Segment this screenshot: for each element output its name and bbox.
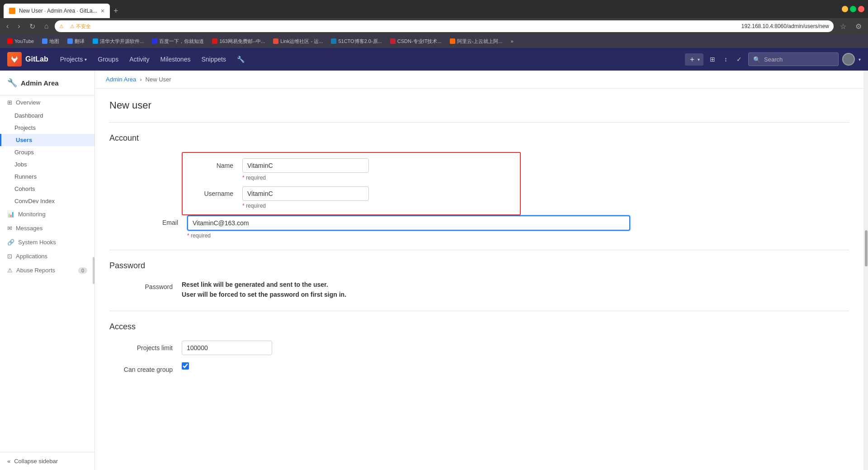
password-info: Reset link will be generated and sent to… (182, 280, 498, 300)
email-label-text: Email (162, 219, 178, 226)
new-dropdown-arrow: ▾ (698, 57, 700, 62)
bookmark-163[interactable]: 163网易免费邮--中... (208, 37, 269, 46)
bookmark-51cto[interactable]: 51CTO博客2.0-原... (327, 37, 385, 46)
back-btn[interactable]: ‹ (4, 21, 11, 31)
sidebar-item-users[interactable]: Users (0, 134, 94, 146)
aliyun-favicon (450, 38, 455, 44)
sidebar-scrollbar[interactable] (93, 257, 94, 284)
sidebar-item-dashboard[interactable]: Dashboard (0, 109, 94, 122)
bookmark-more[interactable]: » (507, 38, 517, 45)
minimize-btn[interactable] (842, 6, 848, 12)
password-label-text: Password (145, 283, 173, 290)
nav-projects-label: Projects (60, 56, 83, 63)
home-btn[interactable]: ⌂ (42, 21, 52, 31)
email-label: Email (109, 215, 187, 226)
active-tab[interactable]: New User · Admin Area · GitLa... × (4, 4, 110, 18)
collapse-sidebar-btn[interactable]: « Collapse sidebar (0, 452, 94, 470)
projects-limit-field (182, 341, 498, 355)
bookmark-youtube[interactable]: YouTube (4, 38, 38, 45)
nav-milestones[interactable]: Milestones (156, 53, 195, 66)
can-create-group-checkbox[interactable] (182, 362, 189, 370)
cohorts-label: Cohorts (14, 185, 35, 192)
user-avatar[interactable] (842, 53, 855, 66)
nav-snippets[interactable]: Snippets (197, 53, 230, 66)
projects-label: Projects (14, 124, 36, 131)
sidebar-item-projects[interactable]: Projects (0, 122, 94, 134)
sidebar-group-monitoring[interactable]: 📊 Monitoring (0, 207, 94, 221)
extensions-btn[interactable]: ⚙ (853, 21, 864, 32)
sidebar-group-messages[interactable]: ✉ Messages (0, 221, 94, 235)
bookmark-youtube-label: YouTube (14, 38, 34, 44)
nav-wrench[interactable]: 🔧 (232, 53, 249, 66)
plus-icon: ＋ (689, 55, 696, 64)
bookmark-csdn[interactable]: CSDN-专业IT技术... (387, 37, 445, 46)
dashboard-label: Dashboard (14, 112, 43, 119)
can-create-group-row: Can create group (109, 362, 849, 373)
tab-favicon (9, 8, 15, 14)
nav-groups[interactable]: Groups (93, 53, 123, 66)
username-label: Username (188, 186, 242, 197)
sidebar-group-hooks[interactable]: 🔗 System Hooks (0, 235, 94, 249)
reload-btn[interactable]: ↻ (27, 21, 38, 32)
bookmark-btn[interactable]: ☆ (837, 21, 849, 32)
bookmark-translate-label: 翻译 (75, 38, 85, 45)
new-dropdown[interactable]: ＋ ▾ (685, 53, 703, 66)
password-field-row: Password Reset link will be generated an… (109, 280, 849, 300)
bookmark-tsinghua[interactable]: 清华大学开源软件... (89, 37, 147, 46)
maximize-btn[interactable] (850, 6, 856, 12)
username-label-text: Username (204, 190, 233, 197)
bookmark-aliyun[interactable]: 阿里云-上云就上阿... (446, 37, 506, 46)
new-tab-btn[interactable]: + (110, 4, 122, 18)
groups-label: Groups (14, 149, 34, 156)
maps-favicon (42, 38, 47, 44)
username-input[interactable] (242, 186, 369, 201)
sidebar-item-cohorts[interactable]: Cohorts (0, 183, 94, 195)
messages-label: Messages (16, 225, 42, 232)
password-info-line1: Reset link will be generated and sent to… (182, 280, 498, 290)
nav-projects[interactable]: Projects ▾ (56, 53, 92, 66)
username-field-row: Username required (183, 181, 520, 214)
bookmark-link[interactable]: Link运维社区 - 运... (269, 37, 326, 46)
sidebar-group-applications[interactable]: ⊡ Applications (0, 249, 94, 263)
gitlab-logo[interactable]: GitLab (7, 52, 48, 66)
abuse-icon: ⚠ (7, 267, 13, 274)
todos-icon[interactable]: ✓ (734, 53, 745, 66)
bookmark-baidu-label: 百度一下，你就知道 (159, 38, 204, 45)
sidebar-group-abuse[interactable]: ⚠ Abuse Reports 0 (0, 263, 94, 277)
right-scrollbar[interactable] (863, 71, 868, 470)
sidebar-item-convdev[interactable]: ConvDev Index (0, 195, 94, 207)
issues-icon[interactable]: ↕ (722, 53, 730, 66)
hooks-icon: 🔗 (7, 239, 14, 246)
nav-activity-label: Activity (129, 56, 149, 63)
url-display: 192.168.10.4:8060/admin/users/new (741, 23, 829, 29)
overview-label: Overview (16, 99, 40, 106)
address-bar[interactable]: ⚠ ⚠ 不安全 192.168.10.4:8060/admin/users/ne… (55, 20, 834, 32)
tab-title: New User · Admin Area · GitLa... (19, 8, 97, 14)
projects-limit-input[interactable] (182, 341, 272, 355)
gitlab-logo-text: GitLab (25, 55, 48, 63)
name-input[interactable] (242, 158, 369, 173)
bookmark-baidu[interactable]: 百度一下，你就知道 (148, 37, 208, 46)
forward-btn[interactable]: › (15, 21, 23, 31)
convdev-label: ConvDev Index (14, 198, 55, 204)
sidebar-item-jobs[interactable]: Jobs (0, 158, 94, 171)
sidebar-item-runners[interactable]: Runners (0, 171, 94, 183)
sidebar-item-groups[interactable]: Groups (0, 146, 94, 158)
messages-icon: ✉ (7, 225, 12, 232)
breadcrumb-admin-link[interactable]: Admin Area (106, 76, 136, 83)
username-required: required (242, 203, 514, 209)
breadcrumb: Admin Area › New User (95, 71, 863, 89)
user-menu-arrow[interactable]: ▾ (859, 57, 861, 62)
tab-close-btn[interactable]: × (101, 7, 104, 14)
csdn-favicon (390, 38, 396, 44)
close-btn[interactable] (858, 6, 864, 12)
sidebar-group-overview[interactable]: ⊞ Overview (0, 95, 94, 109)
header-search[interactable]: 🔍 Search (748, 52, 839, 66)
nav-activity[interactable]: Activity (125, 53, 154, 66)
163-favicon (212, 38, 217, 44)
url-protocol: ⚠ 不安全 (66, 20, 740, 32)
email-input[interactable] (187, 215, 630, 231)
bookmark-translate[interactable]: 翻译 (64, 37, 88, 46)
merge-requests-icon[interactable]: ⊞ (707, 53, 718, 66)
bookmark-maps[interactable]: 地图 (38, 37, 63, 46)
